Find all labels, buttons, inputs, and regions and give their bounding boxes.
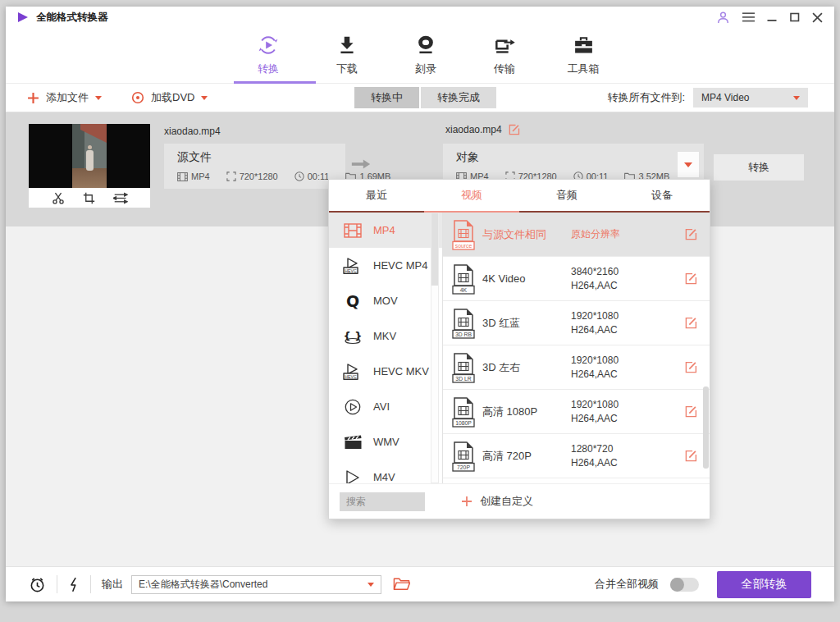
preset-row-1080p[interactable]: 1080P 高清 1080P 1920*1080H264,AAC: [443, 390, 710, 434]
create-custom-button[interactable]: 创建自定义: [461, 494, 533, 509]
preset-list: source 与源文件相同 原始分辨率: [442, 213, 710, 483]
format-item-mp4[interactable]: MP4: [329, 213, 442, 248]
format-item-hevc-mp4[interactable]: HEVC HEVC MP4: [329, 248, 442, 283]
merge-all-toggle[interactable]: [670, 578, 699, 592]
preset-name: 高清 1080P: [482, 405, 571, 419]
preset-row-4k[interactable]: 4K 4K Video 3840*2160H264,AAC: [443, 257, 710, 301]
nav-item-burn[interactable]: 刻录: [386, 34, 465, 76]
output-path-value: E:\全能格式转换器\Converted: [139, 578, 267, 592]
toolbar: 添加文件 加载DVD 转换中 转换完成 转换所有文件到: MP4 Video: [6, 84, 834, 112]
target-format-dropdown-button[interactable]: [677, 151, 700, 178]
source-filename: xiaodao.mp4: [164, 126, 221, 137]
edit-preset-icon[interactable]: [685, 317, 697, 329]
mp4-film-icon: [343, 221, 363, 240]
target-filename: xiaodao.mp4: [445, 124, 502, 135]
nav-item-toolbox[interactable]: 工具箱: [544, 34, 623, 76]
format-list: MP4 HEVC HEVC MP4 Q: [329, 213, 442, 483]
video-preview[interactable]: [29, 124, 150, 188]
schedule-alarm-icon[interactable]: [29, 576, 46, 593]
tab-video[interactable]: 视频: [424, 180, 519, 211]
format-label: MKV: [373, 330, 396, 342]
quicktime-q-icon: Q: [343, 291, 363, 311]
preset-doc-icon: source: [451, 219, 476, 250]
preset-list-scrollbar[interactable]: [703, 386, 709, 469]
preset-doc-icon: 720P: [451, 441, 476, 472]
rename-edit-icon[interactable]: [509, 124, 520, 135]
preset-specs: 原始分辨率: [571, 227, 660, 241]
convert-all-button[interactable]: 全部转换: [717, 571, 811, 598]
format-item-hevc-mkv[interactable]: HEVC HEVC MKV: [329, 354, 442, 389]
divider: [90, 575, 91, 593]
output-path-select[interactable]: E:\全能格式转换器\Converted: [131, 575, 381, 594]
nav-item-convert[interactable]: 转换: [229, 34, 308, 76]
preset-specs: 1920*1080H264,AAC: [571, 398, 660, 426]
toggle-knob: [670, 578, 684, 592]
main-nav: 转换 下载 刻录: [6, 28, 834, 84]
svg-text:3D RB: 3D RB: [455, 331, 472, 336]
preset-doc-icon: 3D RB: [451, 308, 476, 339]
edit-preset-icon[interactable]: [685, 450, 697, 462]
search-input[interactable]: [340, 492, 425, 511]
format-item-mkv[interactable]: { } MKV: [329, 318, 442, 354]
preset-doc-icon: 4K: [451, 263, 476, 295]
preset-doc-icon: 3D LR: [451, 352, 476, 383]
preset-row-3d-rb[interactable]: 3D RB 3D 红蓝 1920*1080H264,AAC: [443, 301, 710, 345]
tab-audio[interactable]: 音频: [519, 180, 614, 211]
preset-row-source[interactable]: source 与源文件相同 原始分辨率: [443, 213, 710, 257]
edit-preset-icon[interactable]: [685, 405, 697, 418]
clapperboard-icon: [343, 432, 363, 452]
preset-specs: 1920*1080H264,AAC: [571, 309, 660, 337]
merge-all-label: 合并全部视频: [595, 577, 659, 592]
target-panel-title: 对象: [456, 150, 704, 165]
titlebar: 全能格式转换器: [6, 7, 834, 28]
svg-text:HEVC: HEVC: [345, 268, 357, 272]
preset-name: 高清 720P: [482, 449, 571, 464]
crop-icon[interactable]: [83, 192, 95, 204]
format-item-mov[interactable]: Q MOV: [329, 283, 442, 318]
menu-icon[interactable]: [742, 11, 755, 23]
format-list-scrollbar[interactable]: [431, 213, 439, 483]
format-item-wmv[interactable]: WMV: [329, 424, 442, 460]
nav-label: 工具箱: [568, 62, 600, 76]
trim-scissors-icon[interactable]: [52, 191, 65, 204]
output-label: 输出: [102, 577, 123, 592]
output-format-select[interactable]: MP4 Video: [693, 88, 808, 107]
minimize-icon[interactable]: [767, 12, 778, 22]
nav-item-download[interactable]: 下载: [308, 34, 386, 76]
edit-preset-icon[interactable]: [685, 228, 697, 240]
arrow-right-icon: [350, 158, 372, 173]
preset-row-720p[interactable]: 720P 高清 720P 1280*720H264,AAC: [443, 434, 710, 478]
format-label: AVI: [373, 400, 390, 413]
format-item-m4v[interactable]: M4V: [329, 460, 442, 483]
open-folder-icon[interactable]: [393, 577, 410, 592]
add-file-button[interactable]: 添加文件: [27, 90, 102, 105]
app-title: 全能格式转换器: [36, 11, 108, 25]
format-item-avi[interactable]: AVI: [329, 389, 442, 424]
close-icon[interactable]: [812, 12, 823, 23]
edit-preset-icon[interactable]: [685, 361, 697, 373]
hevc-play-icon: HEVC: [343, 256, 363, 276]
convert-button[interactable]: 转换: [714, 154, 804, 181]
source-panel-title: 源文件: [177, 150, 345, 165]
app-window: 全能格式转换器: [6, 7, 834, 601]
tab-converting[interactable]: 转换中: [354, 87, 419, 108]
edit-preset-icon[interactable]: [685, 272, 697, 285]
tab-device[interactable]: 设备: [614, 180, 710, 211]
svg-text:1080P: 1080P: [455, 419, 472, 425]
mkv-braces-icon: { }: [343, 327, 363, 346]
tab-recent[interactable]: 最近: [329, 180, 424, 211]
transfer-icon: [494, 34, 516, 57]
tab-finished[interactable]: 转换完成: [421, 87, 496, 108]
user-icon[interactable]: [716, 11, 730, 25]
format-panel-tabs: 最近 视频 音频 设备: [329, 180, 710, 213]
nav-item-transfer[interactable]: 传输: [465, 34, 544, 76]
maximize-icon[interactable]: [790, 12, 800, 22]
preset-doc-icon: 1080P: [451, 396, 476, 428]
bottom-bar: 输出 E:\全能格式转换器\Converted 合并全部视频 全部转换: [6, 566, 834, 601]
hardware-acceleration-bolt-icon[interactable]: [68, 576, 80, 593]
load-dvd-button[interactable]: 加载DVD: [131, 90, 208, 105]
preset-row-3d-lr[interactable]: 3D LR 3D 左右 1920*1080H264,AAC: [443, 345, 710, 390]
divider: [57, 575, 57, 593]
chevron-down-icon: [684, 162, 692, 167]
effects-sliders-icon[interactable]: [113, 192, 128, 204]
